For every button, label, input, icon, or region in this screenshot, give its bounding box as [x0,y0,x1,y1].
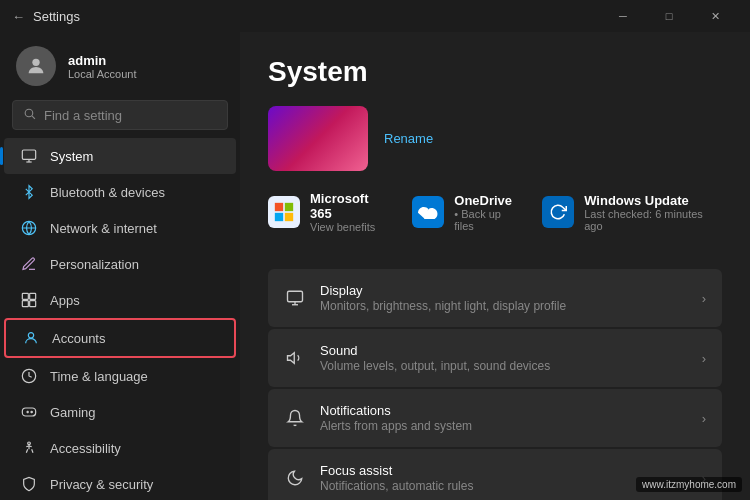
titlebar-title: Settings [33,9,80,24]
display-chevron: › [702,291,706,306]
page-title: System [268,56,722,88]
quick-action-winupdate[interactable]: Windows Update Last checked: 6 minutes a… [542,191,722,233]
network-icon [20,219,38,237]
privacy-icon [20,475,38,493]
svg-rect-3 [22,150,35,159]
nav-item-bluetooth[interactable]: Bluetooth & devices [4,174,236,210]
nav-label-time: Time & language [50,369,148,384]
nav-label-network: Network & internet [50,221,157,236]
svg-point-16 [31,411,32,412]
sound-chevron: › [702,351,706,366]
focus-title: Focus assist [320,463,688,478]
maximize-button[interactable]: □ [646,0,692,32]
winupdate-icon [542,196,574,228]
quick-action-onedrive[interactable]: OneDrive • Back up files [412,191,522,233]
nav-item-gaming[interactable]: Gaming [4,394,236,430]
setting-notifications[interactable]: Notifications Alerts from apps and syste… [268,389,722,447]
nav-item-privacy[interactable]: Privacy & security [4,466,236,500]
nav-label-accessibility: Accessibility [50,441,121,456]
svg-marker-25 [288,353,295,364]
nav-item-system[interactable]: System [4,138,236,174]
svg-line-2 [32,116,35,119]
main-content: System Rename Microsoft 365 View benefit… [240,32,750,500]
hero-image [268,106,368,171]
onedrive-title: OneDrive [454,193,522,208]
svg-point-1 [25,109,33,117]
display-desc: Monitors, brightness, night light, displ… [320,299,688,313]
nav-item-network[interactable]: Network & internet [4,210,236,246]
sound-title: Sound [320,343,688,358]
nav-item-accessibility[interactable]: Accessibility [4,430,236,466]
bluetooth-icon [20,183,38,201]
quick-actions: Microsoft 365 View benefits OneDrive • B… [268,191,722,249]
nav-label-apps: Apps [50,293,80,308]
nav-label-bluetooth: Bluetooth & devices [50,185,165,200]
svg-rect-21 [285,213,293,221]
svg-rect-19 [285,203,293,211]
nav-label-personalization: Personalization [50,257,139,272]
svg-rect-22 [288,291,303,302]
svg-rect-9 [22,301,28,307]
svg-point-11 [28,333,33,338]
onedrive-text: OneDrive • Back up files [454,193,522,232]
focus-desc: Notifications, automatic rules [320,479,688,493]
onedrive-subtitle: • Back up files [454,208,522,232]
winupdate-subtitle: Last checked: 6 minutes ago [584,208,722,232]
ms365-subtitle: View benefits [310,221,392,233]
nav-item-accounts[interactable]: Accounts [4,318,236,358]
hero-section: Rename [268,106,722,171]
notifications-chevron: › [702,411,706,426]
display-text: Display Monitors, brightness, night ligh… [320,283,688,313]
personalization-icon [20,255,38,273]
display-icon [284,287,306,309]
close-button[interactable]: ✕ [692,0,738,32]
system-icon [20,147,38,165]
notifications-icon [284,407,306,429]
svg-rect-18 [275,203,283,211]
sound-text: Sound Volume levels, output, input, soun… [320,343,688,373]
ms365-title: Microsoft 365 [310,191,392,221]
nav-label-privacy: Privacy & security [50,477,153,492]
nav-label-system: System [50,149,93,164]
ms365-icon [268,196,300,228]
svg-rect-10 [30,301,36,307]
nav-label-gaming: Gaming [50,405,96,420]
focus-icon [284,467,306,489]
minimize-button[interactable]: ─ [600,0,646,32]
time-icon [20,367,38,385]
gaming-icon [20,403,38,421]
svg-rect-8 [30,293,36,299]
nav-item-apps[interactable]: Apps [4,282,236,318]
user-profile[interactable]: admin Local Account [0,36,240,100]
display-title: Display [320,283,688,298]
nav-item-personalization[interactable]: Personalization [4,246,236,282]
titlebar: ← Settings ─ □ ✕ [0,0,750,32]
svg-rect-7 [22,293,28,299]
settings-list: Display Monitors, brightness, night ligh… [268,269,722,500]
search-input[interactable] [44,108,217,123]
winupdate-text: Windows Update Last checked: 6 minutes a… [584,193,722,232]
notifications-text: Notifications Alerts from apps and syste… [320,403,688,433]
setting-focus[interactable]: Focus assist Notifications, automatic ru… [268,449,722,500]
search-icon [23,107,36,123]
quick-action-ms365[interactable]: Microsoft 365 View benefits [268,191,392,233]
focus-text: Focus assist Notifications, automatic ru… [320,463,688,493]
setting-display[interactable]: Display Monitors, brightness, night ligh… [268,269,722,327]
back-button[interactable]: ← [12,9,25,24]
setting-sound[interactable]: Sound Volume levels, output, input, soun… [268,329,722,387]
rename-button[interactable]: Rename [384,131,433,146]
notifications-title: Notifications [320,403,688,418]
sound-icon [284,347,306,369]
avatar [16,46,56,86]
search-box[interactable] [12,100,228,130]
svg-point-17 [28,442,31,445]
nav-label-accounts: Accounts [52,331,105,346]
user-role: Local Account [68,68,137,80]
accessibility-icon [20,439,38,457]
user-name: admin [68,53,137,68]
onedrive-icon [412,196,444,228]
nav-item-time[interactable]: Time & language [4,358,236,394]
sidebar: admin Local Account System Bluetooth & d… [0,32,240,500]
apps-icon [20,291,38,309]
winupdate-title: Windows Update [584,193,722,208]
